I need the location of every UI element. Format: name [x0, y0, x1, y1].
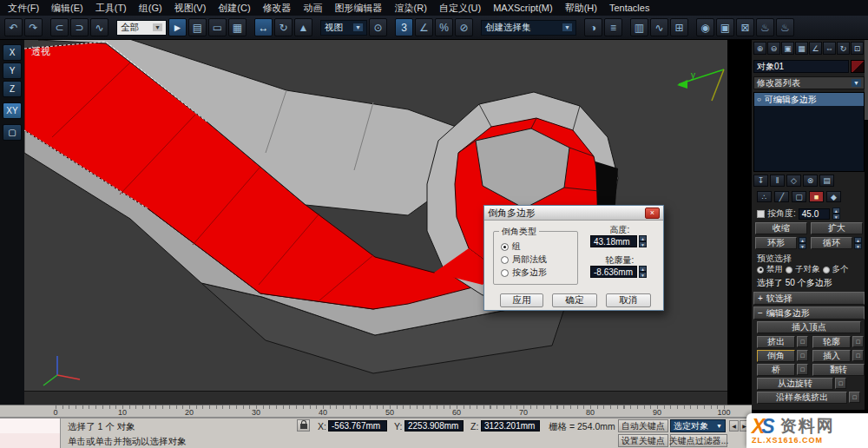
- named-selection-set-field[interactable]: 创建选择集 ▼: [481, 20, 576, 36]
- flip-button[interactable]: 翻转: [812, 364, 865, 376]
- spinner-down-icon[interactable]: ▼: [639, 241, 647, 247]
- y-coordinate-field[interactable]: 2253.908mm: [404, 420, 464, 432]
- select-object-icon[interactable]: ►: [168, 18, 187, 36]
- render-setup-icon[interactable]: ▣: [716, 18, 734, 36]
- preview-disable-radio[interactable]: [757, 267, 764, 273]
- configure-modifier-icon[interactable]: ▤: [819, 175, 834, 187]
- align-icon[interactable]: ≡: [604, 18, 622, 36]
- link-icon[interactable]: ⊂: [50, 18, 69, 36]
- restrict-z-button[interactable]: Z: [3, 81, 22, 97]
- key-mode-dropdown[interactable]: 选定对象 ▼: [670, 419, 726, 432]
- mirror-icon[interactable]: ◑: [584, 18, 602, 36]
- material-editor-icon[interactable]: ◉: [696, 18, 714, 36]
- timeline-ruler[interactable]: 0 10 20 30 40 50 60 70 80 90 100: [0, 405, 752, 418]
- render-iterative-icon[interactable]: ♨: [776, 18, 794, 36]
- height-field[interactable]: 43.18mm: [590, 235, 637, 247]
- set-key-button[interactable]: 设置关键点: [618, 434, 668, 447]
- edge-subobject-icon[interactable]: ╱: [774, 191, 789, 202]
- polygon-subobject-icon[interactable]: ■: [809, 191, 824, 202]
- menu-customize[interactable]: 自定义(U): [433, 2, 487, 15]
- bevel-type-bypolygon-option[interactable]: 按多边形: [501, 267, 547, 279]
- by-angle-checkbox[interactable]: [757, 210, 765, 218]
- close-icon[interactable]: ×: [645, 208, 660, 219]
- spinner-down-icon[interactable]: ▼: [639, 272, 647, 278]
- undo-icon[interactable]: ↶: [4, 18, 23, 36]
- outline-settings-icon[interactable]: □: [852, 336, 864, 347]
- by-angle-spinner[interactable]: ▲▼: [832, 208, 840, 220]
- loop-spinner[interactable]: ▲▼: [854, 237, 862, 249]
- rotate-icon[interactable]: ↻: [274, 18, 293, 36]
- inset-button[interactable]: 插入: [812, 350, 851, 362]
- preview-multi-radio[interactable]: [823, 267, 830, 273]
- snap-toggle-icon[interactable]: 3: [395, 18, 413, 36]
- extrude-settings-icon[interactable]: □: [797, 336, 808, 347]
- spinner-down-icon[interactable]: ▼: [799, 243, 806, 249]
- hinge-from-edge-button[interactable]: 从边旋转: [757, 378, 833, 390]
- bridge-button[interactable]: 桥: [757, 364, 795, 376]
- insert-vertex-button[interactable]: 插入顶点: [757, 321, 861, 333]
- spinner-up-icon[interactable]: ▲: [854, 237, 862, 243]
- scale-icon[interactable]: ▲: [294, 18, 312, 36]
- curve-editor-icon[interactable]: ∿: [650, 18, 668, 36]
- key-filters-button[interactable]: 关键点过滤器...: [670, 434, 727, 447]
- spline-extrude-settings-icon[interactable]: □: [849, 392, 860, 403]
- select-by-name-icon[interactable]: ▤: [188, 18, 207, 36]
- menu-create[interactable]: 创建(C): [212, 2, 256, 15]
- pan-icon[interactable]: ⇔: [823, 42, 836, 55]
- maximize-viewport-icon[interactable]: ⊡: [851, 42, 864, 55]
- group-radio[interactable]: [501, 243, 509, 251]
- bevel-settings-icon[interactable]: □: [797, 350, 808, 361]
- unlink-icon[interactable]: ⊃: [70, 18, 89, 36]
- bevel-type-localnormal-option[interactable]: 局部法线: [501, 254, 547, 266]
- edit-polygons-rollout[interactable]: − 编辑多边形: [753, 306, 865, 320]
- restrict-xy-button[interactable]: XY: [3, 102, 22, 119]
- menu-maxscript[interactable]: MAXScript(M): [487, 3, 558, 13]
- soft-selection-rollout[interactable]: + 软选择: [753, 292, 865, 305]
- window-crossing-icon[interactable]: ▦: [228, 18, 247, 36]
- spinner-up-icon[interactable]: ▲: [799, 237, 806, 243]
- outline-amount-field[interactable]: -8.636mm: [590, 266, 637, 278]
- reference-coordinate-dropdown[interactable]: 视图 ▼: [320, 20, 367, 36]
- bridge-settings-icon[interactable]: □: [797, 364, 808, 375]
- spinner-up-icon[interactable]: ▲: [639, 235, 647, 241]
- render-production-icon[interactable]: ♨: [756, 18, 774, 36]
- bevel-button[interactable]: 倒角: [757, 350, 795, 362]
- selection-filter-dropdown[interactable]: 全部 ▼: [116, 20, 167, 36]
- rendered-frame-icon[interactable]: ⊠: [736, 18, 754, 36]
- region-shape-icon[interactable]: ▭: [208, 18, 227, 36]
- loop-button[interactable]: 循环: [811, 237, 852, 249]
- grow-button[interactable]: 扩大: [811, 222, 863, 234]
- panel-scrollbar-thumb[interactable]: [865, 40, 868, 120]
- preview-subobject-radio[interactable]: [786, 267, 792, 273]
- show-end-result-icon[interactable]: ‖: [770, 175, 785, 187]
- ring-spinner[interactable]: ▲▼: [799, 237, 806, 249]
- spinner-up-icon[interactable]: ▲: [639, 266, 647, 272]
- menu-graph-editors[interactable]: 图形编辑器: [329, 2, 389, 15]
- dialog-title-bar[interactable]: 倒角多边形 ×: [484, 206, 663, 221]
- menu-tentacles[interactable]: Tentacles: [603, 3, 655, 13]
- shrink-button[interactable]: 收缩: [755, 222, 807, 234]
- selection-lock-icon[interactable]: [297, 419, 310, 432]
- redo-icon[interactable]: ↷: [24, 18, 43, 36]
- restrict-plane-button[interactable]: ▢: [3, 124, 22, 141]
- angle-snap-icon[interactable]: ∠: [415, 18, 433, 36]
- previous-frame-icon[interactable]: ◀: [729, 420, 739, 432]
- extrude-along-spline-button[interactable]: 沿样条线挤出: [757, 392, 847, 404]
- zoom-all-icon[interactable]: ⊖: [767, 42, 780, 55]
- outline-spinner[interactable]: ▲▼: [639, 266, 647, 278]
- outline-button[interactable]: 轮廓: [812, 336, 851, 348]
- ring-button[interactable]: 环形: [755, 237, 797, 249]
- schematic-view-icon[interactable]: ⊞: [670, 18, 688, 36]
- height-spinner[interactable]: ▲▼: [639, 235, 647, 247]
- menu-help[interactable]: 帮助(H): [559, 2, 603, 15]
- make-unique-icon[interactable]: ◇: [786, 175, 801, 187]
- menu-group[interactable]: 组(G): [133, 2, 168, 15]
- local-normal-radio[interactable]: [501, 256, 509, 264]
- zoom-icon[interactable]: ⊕: [753, 42, 766, 55]
- restrict-x-button[interactable]: X: [3, 44, 22, 61]
- bevel-type-group-option[interactable]: 组: [501, 240, 521, 253]
- object-name-field[interactable]: 对象01: [753, 60, 849, 73]
- menu-edit[interactable]: 编辑(E): [45, 2, 89, 15]
- percent-snap-icon[interactable]: %: [435, 18, 453, 36]
- modifier-list-dropdown[interactable]: 修改器列表 ▼: [753, 76, 865, 89]
